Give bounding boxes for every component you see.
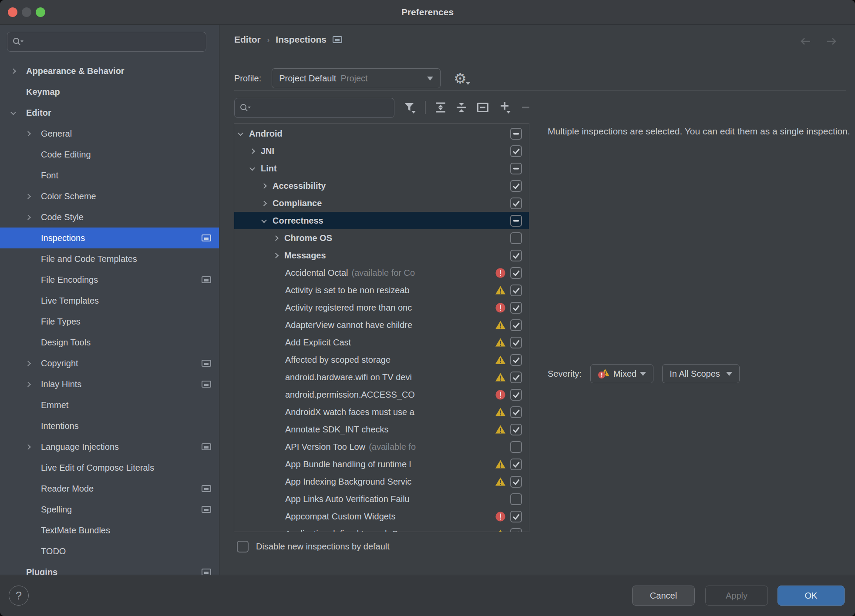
minimize-window-button[interactable] xyxy=(22,7,31,17)
tree-item-checkbox-checked[interactable] xyxy=(510,424,522,435)
tree-item-checkbox-mixed[interactable] xyxy=(510,163,522,174)
tree-item-checkbox-checked[interactable] xyxy=(510,250,522,261)
sidebar-item-language-injections[interactable]: Language Injections xyxy=(0,436,219,457)
scope-select[interactable]: In All Scopes xyxy=(662,364,740,383)
chevron-right-icon[interactable] xyxy=(25,361,31,366)
tree-row-accidental-octal[interactable]: Accidental Octal(available for Co xyxy=(234,264,529,281)
tree-row-activity-is-set-to-be-non-resizeab[interactable]: Activity is set to be non resizeab xyxy=(234,281,529,299)
sidebar-item-inlay-hints[interactable]: Inlay Hints xyxy=(0,374,219,395)
chevron-right-icon[interactable] xyxy=(25,382,31,387)
tree-item-checkbox-checked[interactable] xyxy=(510,511,522,522)
tree-item-checkbox-checked[interactable] xyxy=(510,267,522,279)
tree-row-accessibility[interactable]: Accessibility xyxy=(234,177,529,194)
help-button[interactable]: ? xyxy=(9,586,29,606)
tree-item-checkbox-checked[interactable] xyxy=(510,198,522,209)
chevron-down-icon[interactable] xyxy=(261,217,267,223)
ok-button[interactable]: OK xyxy=(778,586,845,606)
tree-row-adapterview-cannot-have-childre[interactable]: AdapterView cannot have childre xyxy=(234,316,529,334)
sidebar-item-design-tools[interactable]: Design Tools xyxy=(0,332,219,353)
tree-row-chrome-os[interactable]: Chrome OS xyxy=(234,229,529,247)
sidebar-item-code-editing[interactable]: Code Editing xyxy=(0,144,219,165)
tree-item-checkbox-checked[interactable] xyxy=(510,302,522,314)
tree-item-checkbox-checked[interactable] xyxy=(510,285,522,296)
tree-row-messages[interactable]: Messages xyxy=(234,247,529,264)
tree-row-api-version-too-low[interactable]: API Version Too Low(available fo xyxy=(234,438,529,455)
inspections-search-input[interactable] xyxy=(234,98,394,118)
chevron-right-icon[interactable] xyxy=(25,214,31,220)
back-arrow-icon[interactable] xyxy=(799,37,811,46)
tree-item-checkbox-checked[interactable] xyxy=(510,337,522,348)
tree-row-appcompat-custom-widgets[interactable]: Appcompat Custom Widgets xyxy=(234,508,529,525)
sidebar-item-emmet[interactable]: Emmet xyxy=(0,395,219,415)
tree-row-app-bundle-handling-of-runtime-l[interactable]: App Bundle handling of runtime l xyxy=(234,455,529,473)
tree-item-checkbox-checked[interactable] xyxy=(510,354,522,366)
chevron-right-icon[interactable] xyxy=(25,194,31,199)
sidebar-item-editor[interactable]: Editor xyxy=(0,102,219,123)
disable-new-inspections-checkbox[interactable] xyxy=(237,541,249,552)
tree-row-lint[interactable]: Lint xyxy=(234,160,529,177)
tree-item-checkbox-mixed[interactable] xyxy=(510,215,522,227)
tree-row-activity-registered-more-than-onc[interactable]: Activity registered more than onc xyxy=(234,299,529,316)
tree-row-app-links-auto-verification-failu[interactable]: App Links Auto Verification Failu xyxy=(234,490,529,508)
tree-item-checkbox-checked[interactable] xyxy=(510,528,522,532)
sidebar-item-file-types[interactable]: File Types xyxy=(0,311,219,332)
tree-item-checkbox-checked[interactable] xyxy=(510,180,522,192)
tree-item-checkbox-unchecked[interactable] xyxy=(510,493,522,505)
chevron-right-icon[interactable] xyxy=(261,183,267,189)
add-inspection-icon[interactable] xyxy=(498,100,512,114)
tree-row-affected-by-scoped-storage[interactable]: Affected by scoped storage xyxy=(234,351,529,368)
sidebar-item-color-scheme[interactable]: Color Scheme xyxy=(0,186,219,207)
tree-row-android[interactable]: Android xyxy=(234,125,529,142)
chevron-down-icon[interactable] xyxy=(10,109,16,115)
filter-icon[interactable] xyxy=(402,100,416,114)
reset-filter-icon[interactable] xyxy=(476,101,489,114)
chevron-right-icon[interactable] xyxy=(10,68,16,74)
expand-all-icon[interactable] xyxy=(434,101,447,114)
sidebar-item-keymap[interactable]: Keymap xyxy=(0,81,219,102)
tree-row-add-explicit-cast[interactable]: Add Explicit Cast xyxy=(234,334,529,351)
sidebar-item-font[interactable]: Font xyxy=(0,165,219,186)
chevron-right-icon[interactable] xyxy=(261,201,267,206)
tree-item-checkbox-checked[interactable] xyxy=(510,372,522,383)
tree-item-checkbox-checked[interactable] xyxy=(510,406,522,418)
sidebar-item-plugins[interactable]: Plugins xyxy=(0,562,219,575)
close-window-button[interactable] xyxy=(8,7,17,17)
forward-arrow-icon[interactable] xyxy=(825,37,838,46)
tree-row-compliance[interactable]: Compliance xyxy=(234,194,529,212)
sidebar-item-copyright[interactable]: Copyright xyxy=(0,353,219,374)
tree-item-checkbox-unchecked[interactable] xyxy=(510,441,522,453)
chevron-right-icon[interactable] xyxy=(25,444,31,450)
tree-row-correctness[interactable]: Correctness xyxy=(234,212,529,229)
collapse-all-icon[interactable] xyxy=(455,101,468,114)
tree-row-androidx-watch-faces-must-use-a[interactable]: AndroidX watch faces must use a xyxy=(234,403,529,421)
sidebar-item-intentions[interactable]: Intentions xyxy=(0,415,219,436)
sidebar-item-appearance-behavior[interactable]: Appearance & Behavior xyxy=(0,60,219,81)
sidebar-search-input[interactable] xyxy=(7,32,206,52)
tree-item-checkbox-checked[interactable] xyxy=(510,476,522,488)
profile-actions-button[interactable]: ⚙ xyxy=(454,71,470,86)
cancel-button[interactable]: Cancel xyxy=(632,586,695,606)
sidebar-item-inspections[interactable]: Inspections xyxy=(0,228,219,248)
sidebar-item-file-and-code-templates[interactable]: File and Code Templates xyxy=(0,248,219,269)
tree-row-android-hardware-wifi-on-tv-devi[interactable]: android.hardware.wifi on TV devi xyxy=(234,368,529,386)
tree-row-jni[interactable]: JNI xyxy=(234,142,529,160)
tree-row-annotate-sdk-int-checks[interactable]: Annotate SDK_INT checks xyxy=(234,421,529,438)
chevron-down-icon[interactable] xyxy=(249,165,255,171)
sidebar-item-code-style[interactable]: Code Style xyxy=(0,207,219,228)
sidebar-item-todo[interactable]: TODO xyxy=(0,541,219,562)
tree-item-checkbox-checked[interactable] xyxy=(510,459,522,470)
tree-item-checkbox-checked[interactable] xyxy=(510,389,522,401)
sidebar-item-textmate-bundles[interactable]: TextMate Bundles xyxy=(0,520,219,541)
remove-inspection-icon[interactable] xyxy=(521,101,531,114)
apply-button[interactable]: Apply xyxy=(705,586,768,606)
chevron-right-icon[interactable] xyxy=(249,148,255,154)
sidebar-item-live-templates[interactable]: Live Templates xyxy=(0,290,219,311)
tree-item-checkbox-checked[interactable] xyxy=(510,319,522,331)
sidebar-item-spelling[interactable]: Spelling xyxy=(0,499,219,520)
tree-row-application-defined-launch-s[interactable]: Application defined Launch S xyxy=(234,525,529,532)
chevron-right-icon[interactable] xyxy=(273,235,279,241)
profile-select[interactable]: Project Default Project xyxy=(272,68,441,88)
sidebar-item-reader-mode[interactable]: Reader Mode xyxy=(0,478,219,499)
severity-select[interactable]: Mixed xyxy=(590,364,653,383)
sidebar-item-file-encodings[interactable]: File Encodings xyxy=(0,269,219,290)
